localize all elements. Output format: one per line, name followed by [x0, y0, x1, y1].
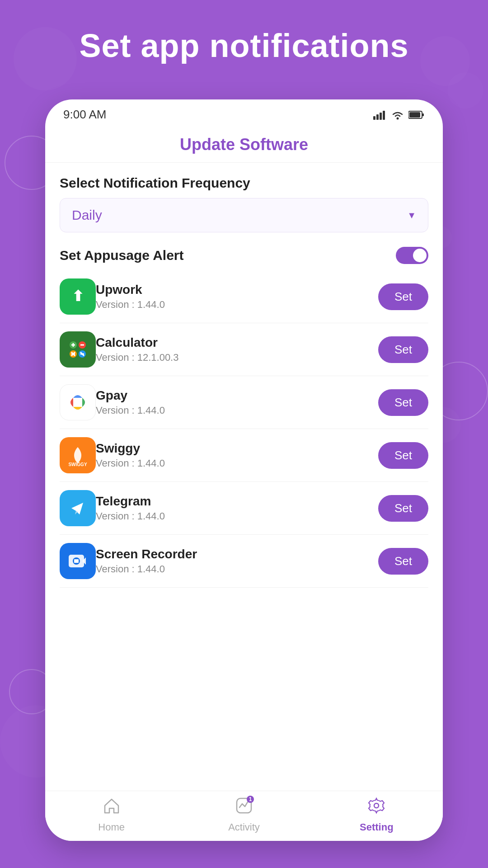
- alert-toggle[interactable]: [396, 247, 428, 264]
- swiggy-icon: SWIGGY: [60, 437, 96, 473]
- recorder-icon: [60, 543, 96, 579]
- svg-text:⬆: ⬆: [72, 288, 84, 304]
- wifi-icon: [391, 110, 404, 120]
- activity-icon: 1: [235, 797, 253, 819]
- upwork-set-button[interactable]: Set: [378, 283, 428, 310]
- gpay-info: Gpay Version : 1.44.0: [96, 388, 378, 416]
- header-title: Update Software: [45, 135, 443, 154]
- upwork-name: Upwork: [96, 283, 378, 297]
- calculator-info: Calculator Version : 12.1.00.3: [96, 335, 378, 363]
- app-list: ⬆ Upwork Version : 1.44.0 Set: [60, 270, 428, 588]
- gpay-set-button[interactable]: Set: [378, 389, 428, 416]
- home-icon: [103, 797, 121, 819]
- activity-nav-label: Activity: [228, 821, 260, 833]
- recorder-set-button[interactable]: Set: [378, 548, 428, 575]
- upwork-version: Version : 1.44.0: [96, 299, 378, 311]
- bottom-nav: Home 1 Activity: [45, 791, 443, 841]
- svg-rect-6: [422, 113, 424, 116]
- app-item-swiggy: SWIGGY Swiggy Version : 1.44.0 Set: [60, 429, 428, 482]
- gpay-name: Gpay: [96, 388, 378, 403]
- chevron-down-icon: ▼: [407, 210, 416, 221]
- svg-text:SWIGGY: SWIGGY: [68, 462, 87, 467]
- telegram-info: Telegram Version : 1.44.0: [96, 494, 378, 522]
- status-icons: [373, 110, 425, 120]
- recorder-version: Version : 1.44.0: [96, 563, 378, 575]
- telegram-icon: [60, 490, 96, 526]
- swiggy-version: Version : 1.44.0: [96, 458, 378, 469]
- frequency-dropdown[interactable]: Daily ▼: [60, 198, 428, 232]
- telegram-name: Telegram: [96, 494, 378, 509]
- app-item-recorder: Screen Recorder Version : 1.44.0 Set: [60, 535, 428, 588]
- setting-nav-label: Setting: [360, 821, 394, 833]
- battery-icon: [408, 110, 425, 119]
- status-bar: 9:00 AM: [45, 99, 443, 126]
- svg-rect-7: [409, 112, 420, 118]
- phone-mockup: 9:00 AM: [45, 99, 443, 841]
- app-item-telegram: Telegram Version : 1.44.0 Set: [60, 482, 428, 535]
- recorder-name: Screen Recorder: [96, 547, 378, 561]
- svg-rect-0: [373, 116, 375, 120]
- setting-icon: [367, 797, 385, 819]
- frequency-label: Select Notification Frequency: [60, 163, 428, 198]
- dropdown-value: Daily: [72, 208, 102, 223]
- calculator-icon: [60, 331, 96, 368]
- svg-rect-3: [383, 111, 385, 120]
- gpay-version: Version : 1.44.0: [96, 405, 378, 416]
- svg-point-4: [397, 117, 399, 119]
- scroll-area[interactable]: Select Notification Frequency Daily ▼ Se…: [45, 163, 443, 791]
- swiggy-info: Swiggy Version : 1.44.0: [96, 441, 378, 469]
- recorder-info: Screen Recorder Version : 1.44.0: [96, 547, 378, 575]
- app-item-upwork: ⬆ Upwork Version : 1.44.0 Set: [60, 270, 428, 323]
- app-content: Update Software Select Notification Freq…: [45, 126, 443, 841]
- upwork-info: Upwork Version : 1.44.0: [96, 283, 378, 311]
- svg-point-28: [374, 803, 379, 808]
- app-item-calculator: Calculator Version : 12.1.00.3 Set: [60, 323, 428, 376]
- upwork-icon: ⬆: [60, 278, 96, 315]
- nav-item-setting[interactable]: Setting: [349, 797, 404, 833]
- alert-label: Set Appusage Alert: [60, 248, 184, 263]
- svg-rect-1: [376, 114, 379, 120]
- app-item-gpay: Gpay Version : 1.44.0 Set: [60, 376, 428, 429]
- swiggy-set-button[interactable]: Set: [378, 442, 428, 469]
- svg-rect-2: [380, 113, 382, 120]
- app-header: Update Software: [45, 126, 443, 163]
- nav-item-activity[interactable]: 1 Activity: [217, 797, 271, 833]
- telegram-set-button[interactable]: Set: [378, 495, 428, 522]
- calculator-set-button[interactable]: Set: [378, 336, 428, 363]
- telegram-version: Version : 1.44.0: [96, 510, 378, 522]
- swiggy-name: Swiggy: [96, 441, 378, 456]
- svg-rect-26: [74, 559, 79, 563]
- home-nav-label: Home: [98, 821, 125, 833]
- time: 9:00 AM: [63, 108, 106, 122]
- gpay-icon: [60, 384, 96, 420]
- signal-icon: [373, 110, 387, 120]
- calculator-version: Version : 12.1.00.3: [96, 352, 378, 363]
- page-title: Set app notifications: [0, 27, 488, 64]
- calculator-name: Calculator: [96, 335, 378, 350]
- nav-item-home[interactable]: Home: [84, 797, 139, 833]
- alert-row: Set Appusage Alert: [60, 237, 428, 270]
